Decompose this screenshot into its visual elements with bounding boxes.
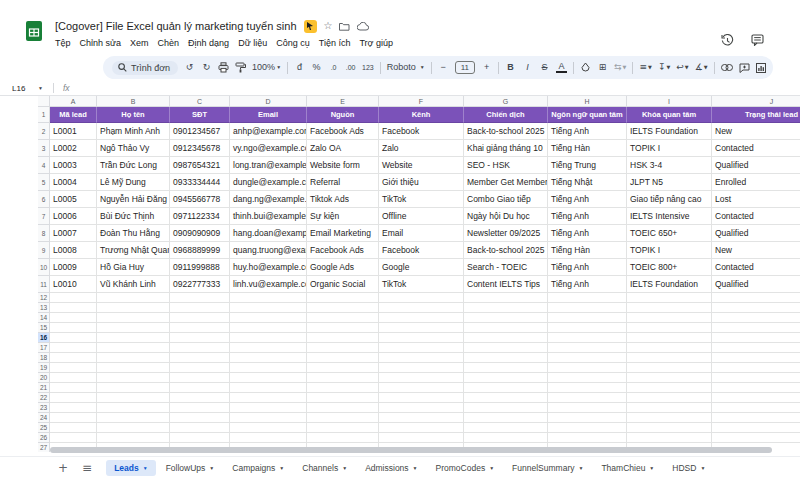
sheet-tab-channels[interactable]: Channels▼ xyxy=(294,460,355,476)
data-cell[interactable] xyxy=(712,433,800,443)
borders-icon[interactable]: ⊞ xyxy=(597,63,608,72)
header-cell[interactable]: Khóa quan tâm xyxy=(627,107,712,123)
font-size-input[interactable]: 11 xyxy=(455,61,475,74)
data-cell[interactable] xyxy=(170,413,230,423)
data-cell[interactable] xyxy=(627,353,712,363)
sheet-tab-funnelsummary[interactable]: FunnelSummary▼ xyxy=(504,460,591,476)
currency-format-button[interactable]: đ xyxy=(294,63,305,72)
data-cell[interactable] xyxy=(170,373,230,383)
data-cell[interactable]: Tiếng Anh xyxy=(548,276,627,293)
redo-icon[interactable]: ↻ xyxy=(201,63,212,72)
data-cell[interactable]: Tiếng Anh xyxy=(548,225,627,242)
insert-chart-icon[interactable] xyxy=(756,63,767,73)
menu-chỉnh-sửa[interactable]: Chỉnh sửa xyxy=(80,38,122,48)
data-cell[interactable]: IELTS Foundation xyxy=(627,276,712,293)
sheet-tab-leads[interactable]: Leads▼ xyxy=(106,460,156,476)
data-cell[interactable] xyxy=(307,433,379,443)
data-cell[interactable] xyxy=(627,393,712,403)
data-cell[interactable]: Email Marketing xyxy=(307,225,379,242)
merge-cells-button[interactable]: ⇆▼ xyxy=(614,63,626,72)
row-header-cell[interactable]: 18 xyxy=(38,353,50,363)
data-cell[interactable]: Contacted xyxy=(712,140,800,157)
data-cell[interactable] xyxy=(230,303,307,313)
data-cell[interactable] xyxy=(50,383,97,393)
data-cell[interactable]: Zalo OA xyxy=(307,140,379,157)
row-header-cell[interactable]: 9 xyxy=(38,242,50,259)
data-cell[interactable] xyxy=(464,413,548,423)
data-cell[interactable]: long.tran@example.com xyxy=(230,157,307,174)
data-cell[interactable] xyxy=(548,433,627,443)
data-cell[interactable] xyxy=(170,333,230,343)
data-cell[interactable] xyxy=(464,393,548,403)
data-cell[interactable]: Offline xyxy=(379,208,464,225)
menu-định-dạng[interactable]: Định dạng xyxy=(188,38,229,48)
zoom-select[interactable]: 100%▼ xyxy=(252,63,281,72)
data-cell[interactable] xyxy=(170,323,230,333)
data-cell[interactable] xyxy=(170,433,230,443)
data-cell[interactable] xyxy=(97,313,170,323)
data-cell[interactable]: Member Get Member xyxy=(464,174,548,191)
column-header-E[interactable]: E xyxy=(307,96,379,107)
data-cell[interactable] xyxy=(170,383,230,393)
data-cell[interactable] xyxy=(464,353,548,363)
data-cell[interactable]: Referral xyxy=(307,174,379,191)
name-box[interactable]: L16 xyxy=(12,84,38,93)
data-cell[interactable] xyxy=(464,383,548,393)
data-cell[interactable] xyxy=(230,323,307,333)
data-cell[interactable] xyxy=(627,403,712,413)
menu-xem[interactable]: Xem xyxy=(130,38,149,48)
data-cell[interactable] xyxy=(50,293,97,303)
grid-corner[interactable] xyxy=(38,96,50,107)
data-cell[interactable] xyxy=(50,403,97,413)
bold-button[interactable]: B xyxy=(505,63,516,72)
header-cell[interactable]: Mã lead xyxy=(50,107,97,123)
sheet-tab-promocodes[interactable]: PromoCodes▼ xyxy=(428,460,503,476)
data-cell[interactable] xyxy=(50,353,97,363)
data-cell[interactable]: anhp@example.com xyxy=(230,123,307,140)
text-wrap-button[interactable]: ↩▼ xyxy=(676,63,688,72)
data-cell[interactable] xyxy=(712,383,800,393)
data-cell[interactable]: Search - TOEIC xyxy=(464,259,548,276)
data-cell[interactable]: Tiếng Anh xyxy=(548,208,627,225)
data-cell[interactable] xyxy=(97,293,170,303)
data-cell[interactable]: Organic Social xyxy=(307,276,379,293)
data-cell[interactable] xyxy=(379,393,464,403)
data-cell[interactable] xyxy=(627,333,712,343)
data-cell[interactable]: L0002 xyxy=(50,140,97,157)
data-cell[interactable]: Tiếng Anh xyxy=(548,259,627,276)
data-cell[interactable] xyxy=(712,393,800,403)
data-cell[interactable]: IELTS Foundation xyxy=(627,123,712,140)
data-cell[interactable] xyxy=(712,423,800,433)
data-cell[interactable]: 0945566778 xyxy=(170,191,230,208)
menu-chèn[interactable]: Chèn xyxy=(158,38,180,48)
data-cell[interactable]: Giới thiệu xyxy=(379,174,464,191)
row-header-cell[interactable]: 8 xyxy=(38,225,50,242)
insert-comment-icon[interactable] xyxy=(739,63,750,73)
data-cell[interactable] xyxy=(548,353,627,363)
row-header-cell[interactable]: 6 xyxy=(38,191,50,208)
header-cell[interactable]: Họ tên xyxy=(97,107,170,123)
data-cell[interactable] xyxy=(712,353,800,363)
data-cell[interactable]: Enrolled xyxy=(712,174,800,191)
menu-trợ-giúp[interactable]: Trợ giúp xyxy=(359,38,393,48)
header-cell[interactable]: Email xyxy=(230,107,307,123)
data-cell[interactable]: Tiếng Hàn xyxy=(548,242,627,259)
data-cell[interactable] xyxy=(307,423,379,433)
data-cell[interactable]: L0010 xyxy=(50,276,97,293)
data-cell[interactable] xyxy=(230,403,307,413)
data-cell[interactable]: Nguyễn Hải Đăng xyxy=(97,191,170,208)
data-cell[interactable] xyxy=(230,353,307,363)
data-cell[interactable] xyxy=(464,423,548,433)
data-cell[interactable] xyxy=(627,343,712,353)
data-cell[interactable]: Phạm Minh Anh xyxy=(97,123,170,140)
data-cell[interactable] xyxy=(548,373,627,383)
data-cell[interactable]: huy.ho@example.com xyxy=(230,259,307,276)
paint-format-icon[interactable] xyxy=(235,62,246,73)
data-cell[interactable] xyxy=(50,433,97,443)
sheet-tab-followups[interactable]: FollowUps▼ xyxy=(158,460,223,476)
data-cell[interactable] xyxy=(712,303,800,313)
column-header-D[interactable]: D xyxy=(230,96,307,107)
data-cell[interactable]: Back-to-school 2025 xyxy=(464,123,548,140)
header-cell[interactable]: Chiến dịch xyxy=(464,107,548,123)
data-cell[interactable]: Tiktok Ads xyxy=(307,191,379,208)
